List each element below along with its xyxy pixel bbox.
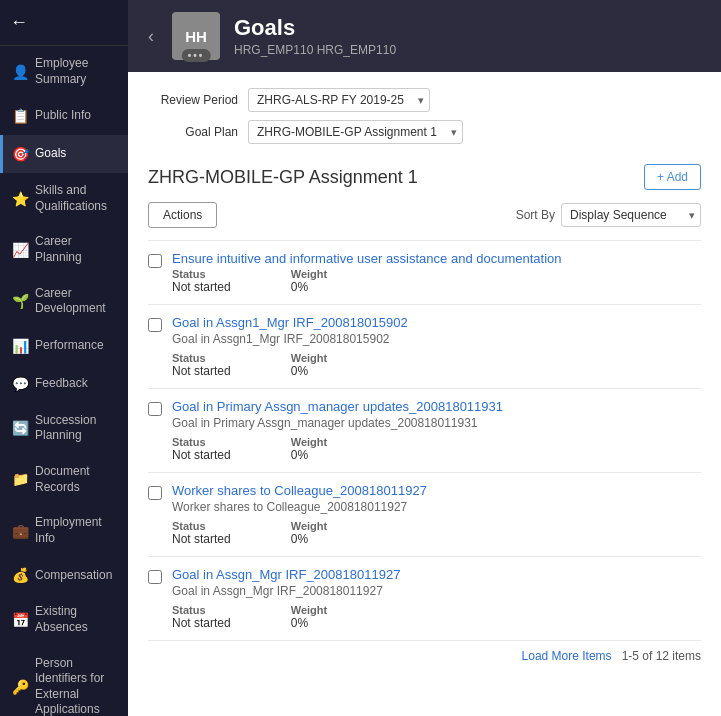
review-period-select-wrapper[interactable]: ZHRG-ALS-RP FY 2019-25: [248, 88, 430, 112]
goal-status-goal-3: Status Not started: [172, 436, 231, 462]
goal-meta-goal-5: Status Not started Weight 0%: [172, 604, 701, 630]
goal-weight-goal-2: Weight 0%: [291, 352, 327, 378]
goal-plan-label: Goal Plan: [148, 125, 238, 139]
sort-by-select[interactable]: Display Sequence: [561, 203, 701, 227]
goal-link-goal-4[interactable]: Worker shares to Colleague_200818011927: [172, 483, 701, 498]
goal-item-goal-2: Goal in Assgn1_Mgr IRF_200818015902 Goal…: [148, 304, 701, 388]
status-label: Status: [172, 268, 231, 280]
sidebar-item-label: Career Development: [35, 286, 120, 317]
goal-checkbox-goal-5[interactable]: [148, 570, 162, 584]
sidebar-item-label: Person Identifiers for External Applicat…: [35, 656, 120, 717]
goal-weight-goal-4: Weight 0%: [291, 520, 327, 546]
existing-absences-icon: 📅: [11, 611, 29, 629]
weight-label: Weight: [291, 436, 327, 448]
sort-by-label: Sort By: [516, 208, 555, 222]
goal-checkbox-goal-3[interactable]: [148, 402, 162, 416]
status-value: Not started: [172, 532, 231, 546]
actions-bar: Actions Sort By Display Sequence: [148, 202, 701, 228]
goal-sub-goal-3: Goal in Primary Assgn_manager updates_20…: [172, 416, 701, 430]
header-text: Goals HRG_EMP110 HRG_EMP110: [234, 15, 396, 57]
goal-checkbox-goal-4[interactable]: [148, 486, 162, 500]
add-button[interactable]: + Add: [644, 164, 701, 190]
succession-planning-icon: 🔄: [11, 419, 29, 437]
page-title: Goals: [234, 15, 396, 41]
person-identifiers-icon: 🔑: [11, 678, 29, 696]
sidebar-item-employment-info[interactable]: 💼 Employment Info: [0, 505, 128, 556]
status-label: Status: [172, 520, 231, 532]
goal-weight-goal-5: Weight 0%: [291, 604, 327, 630]
goal-body-goal-1: Ensure intuitive and informative user as…: [172, 251, 701, 294]
sort-by-select-wrapper[interactable]: Display Sequence: [561, 203, 701, 227]
review-period-row: Review Period ZHRG-ALS-RP FY 2019-25: [148, 88, 701, 112]
goal-sub-goal-4: Worker shares to Colleague_200818011927: [172, 500, 701, 514]
skills-qualifications-icon: ⭐: [11, 190, 29, 208]
sidebar-item-performance[interactable]: 📊 Performance: [0, 327, 128, 365]
filters-section: Review Period ZHRG-ALS-RP FY 2019-25 Goa…: [148, 88, 701, 144]
sidebar: ← 👤 Employee Summary 📋 Public Info 🎯 Goa…: [0, 0, 128, 716]
goal-plan-select-wrapper[interactable]: ZHRG-MOBILE-GP Assignment 1: [248, 120, 463, 144]
sidebar-header: ←: [0, 0, 128, 46]
goal-checkbox-goal-1[interactable]: [148, 254, 162, 268]
goal-plan-select[interactable]: ZHRG-MOBILE-GP Assignment 1: [248, 120, 463, 144]
status-value: Not started: [172, 448, 231, 462]
status-label: Status: [172, 436, 231, 448]
goal-meta-goal-4: Status Not started Weight 0%: [172, 520, 701, 546]
status-label: Status: [172, 604, 231, 616]
sidebar-item-career-development[interactable]: 🌱 Career Development: [0, 276, 128, 327]
goal-body-goal-5: Goal in Assgn_Mgr IRF_200818011927 Goal …: [172, 567, 701, 630]
goal-link-goal-2[interactable]: Goal in Assgn1_Mgr IRF_200818015902: [172, 315, 701, 330]
sidebar-item-succession-planning[interactable]: 🔄 Succession Planning: [0, 403, 128, 454]
status-value: Not started: [172, 616, 231, 630]
status-value: Not started: [172, 364, 231, 378]
weight-value: 0%: [291, 532, 327, 546]
goal-meta-goal-3: Status Not started Weight 0%: [172, 436, 701, 462]
actions-button[interactable]: Actions: [148, 202, 217, 228]
sidebar-item-label: Existing Absences: [35, 604, 120, 635]
goal-sub-goal-2: Goal in Assgn1_Mgr IRF_200818015902: [172, 332, 701, 346]
sidebar-item-feedback[interactable]: 💬 Feedback: [0, 365, 128, 403]
sidebar-item-label: Employment Info: [35, 515, 120, 546]
goal-body-goal-2: Goal in Assgn1_Mgr IRF_200818015902 Goal…: [172, 315, 701, 378]
goal-link-goal-1[interactable]: Ensure intuitive and informative user as…: [172, 251, 701, 266]
weight-value: 0%: [291, 448, 327, 462]
load-more-link[interactable]: Load More Items: [522, 649, 612, 663]
sidebar-item-label: Employee Summary: [35, 56, 120, 87]
goal-item-goal-3: Goal in Primary Assgn_manager updates_20…: [148, 388, 701, 472]
review-period-label: Review Period: [148, 93, 238, 107]
header-back-button[interactable]: ‹: [144, 26, 158, 47]
sidebar-back-icon[interactable]: ←: [10, 12, 28, 32]
career-development-icon: 🌱: [11, 292, 29, 310]
sidebar-item-compensation[interactable]: 💰 Compensation: [0, 556, 128, 594]
performance-icon: 📊: [11, 337, 29, 355]
sidebar-item-goals[interactable]: 🎯 Goals: [0, 135, 128, 173]
document-records-icon: 📁: [11, 471, 29, 489]
feedback-icon: 💬: [11, 375, 29, 393]
sidebar-item-career-planning[interactable]: 📈 Career Planning: [0, 224, 128, 275]
sidebar-item-document-records[interactable]: 📁 Document Records: [0, 454, 128, 505]
sidebar-item-skills-qualifications[interactable]: ⭐ Skills and Qualifications: [0, 173, 128, 224]
avatar: HH •••: [172, 12, 220, 60]
sidebar-item-public-info[interactable]: 📋 Public Info: [0, 97, 128, 135]
avatar-dots: •••: [182, 49, 211, 62]
public-info-icon: 📋: [11, 107, 29, 125]
content-area: Review Period ZHRG-ALS-RP FY 2019-25 Goa…: [128, 72, 721, 716]
sidebar-item-label: Performance: [35, 338, 120, 354]
goal-body-goal-4: Worker shares to Colleague_200818011927 …: [172, 483, 701, 546]
goal-checkbox-goal-2[interactable]: [148, 318, 162, 332]
compensation-icon: 💰: [11, 566, 29, 584]
goal-link-goal-3[interactable]: Goal in Primary Assgn_manager updates_20…: [172, 399, 701, 414]
career-planning-icon: 📈: [11, 241, 29, 259]
sidebar-item-label: Feedback: [35, 376, 120, 392]
load-more-bar: Load More Items 1-5 of 12 items: [148, 640, 701, 667]
goal-status-goal-4: Status Not started: [172, 520, 231, 546]
sidebar-item-person-identifiers[interactable]: 🔑 Person Identifiers for External Applic…: [0, 646, 128, 717]
sidebar-item-employee-summary[interactable]: 👤 Employee Summary: [0, 46, 128, 97]
sidebar-item-existing-absences[interactable]: 📅 Existing Absences: [0, 594, 128, 645]
avatar-initials: HH: [185, 28, 207, 45]
goal-link-goal-5[interactable]: Goal in Assgn_Mgr IRF_200818011927: [172, 567, 701, 582]
goal-sub-goal-5: Goal in Assgn_Mgr IRF_200818011927: [172, 584, 701, 598]
goal-meta-goal-2: Status Not started Weight 0%: [172, 352, 701, 378]
employment-info-icon: 💼: [11, 522, 29, 540]
review-period-select[interactable]: ZHRG-ALS-RP FY 2019-25: [248, 88, 430, 112]
sidebar-item-label: Public Info: [35, 108, 120, 124]
